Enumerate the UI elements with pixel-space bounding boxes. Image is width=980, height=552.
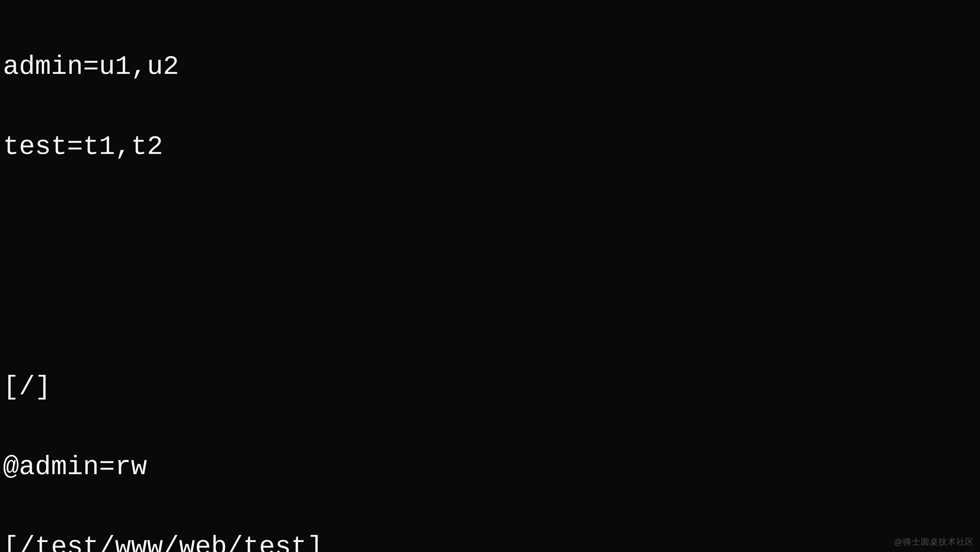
authz-rule-line: [/] [0, 373, 980, 400]
authz-group-line: test=t1,t2 [0, 133, 980, 160]
authz-rule-line: @admin=rw [0, 454, 980, 480]
terminal[interactable]: admin=u1,u2 test=t1,t2 [/] @admin=rw [/t… [0, 0, 980, 552]
blank-line [0, 214, 980, 240]
watermark: @骑士圆桌技术社区 [894, 536, 974, 547]
authz-rule-line: [/test/www/web/test] [0, 534, 980, 552]
blank-line [0, 294, 980, 320]
authz-group-line: admin=u1,u2 [0, 53, 980, 80]
